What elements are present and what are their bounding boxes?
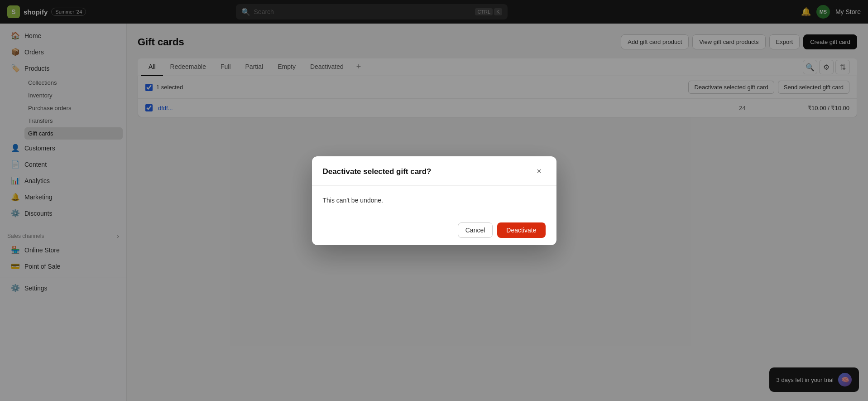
modal-header: Deactivate selected gift card? × bbox=[312, 156, 556, 186]
modal-title: Deactivate selected gift card? bbox=[323, 167, 432, 176]
deactivate-confirm-button[interactable]: Deactivate bbox=[497, 222, 545, 238]
deactivate-modal: Deactivate selected gift card? × This ca… bbox=[312, 156, 556, 245]
modal-close-button[interactable]: × bbox=[533, 165, 546, 178]
modal-footer: Cancel Deactivate bbox=[312, 215, 556, 245]
modal-message: This can't be undone. bbox=[323, 197, 546, 204]
modal-body: This can't be undone. bbox=[312, 186, 556, 215]
cancel-button[interactable]: Cancel bbox=[458, 222, 493, 238]
modal-overlay[interactable]: Deactivate selected gift card? × This ca… bbox=[0, 0, 868, 401]
